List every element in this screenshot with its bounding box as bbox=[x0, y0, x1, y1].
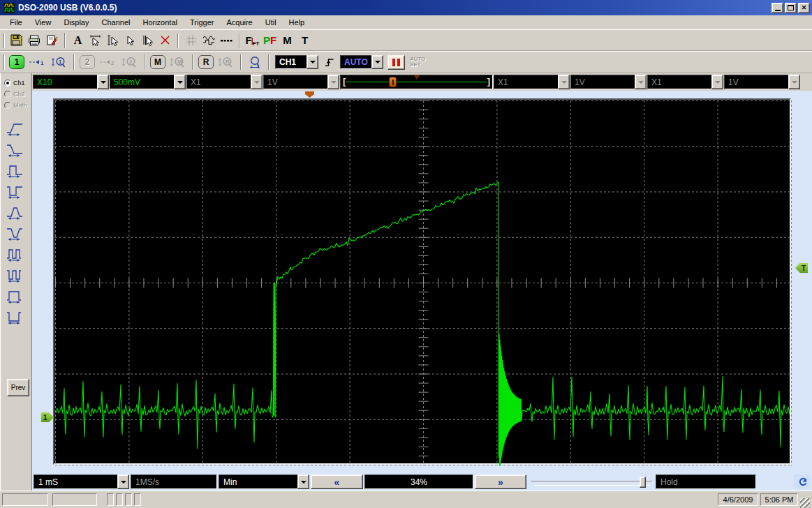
menu-acquire[interactable]: Acquire bbox=[220, 16, 258, 29]
horizontal-control-bar: 1 mS 1MS/s Min « 34% » Hold bbox=[32, 473, 812, 491]
toolbar-separator bbox=[240, 54, 242, 70]
menu-trigger[interactable]: Trigger bbox=[184, 16, 220, 29]
menu-horizontal[interactable]: Horizontal bbox=[136, 16, 184, 29]
cursor-vertical-button[interactable] bbox=[104, 32, 121, 49]
menu-help[interactable]: Help bbox=[283, 16, 311, 29]
trigger-slope-button[interactable] bbox=[320, 54, 338, 70]
ch2-probe-value: X1 bbox=[186, 75, 251, 89]
trigger-position-slider[interactable]: [] bbox=[340, 75, 493, 89]
svg-text:2: 2 bbox=[111, 60, 115, 66]
channel-radio-ch1[interactable]: Ch1 bbox=[4, 77, 31, 88]
cursor-arrow-button[interactable] bbox=[121, 32, 139, 49]
ch2-radio-label: Ch2 bbox=[13, 91, 25, 98]
trigger-time-marker-icon[interactable] bbox=[305, 91, 314, 98]
ch1-ground-marker[interactable]: 1 bbox=[41, 412, 54, 422]
math-enable-button[interactable]: M bbox=[150, 55, 165, 69]
device-connect-button[interactable] bbox=[794, 475, 811, 489]
scroll-right-button[interactable]: » bbox=[475, 475, 526, 489]
ch1-volts-dropdown-button[interactable] bbox=[174, 75, 186, 89]
ref-enable-button[interactable]: R bbox=[198, 55, 214, 69]
print-button[interactable] bbox=[25, 32, 43, 49]
ch1-probe-select[interactable]: X10 bbox=[33, 75, 109, 89]
trigger-source-dropdown-button[interactable] bbox=[307, 55, 318, 69]
measure-pos-duty-button[interactable] bbox=[4, 244, 31, 265]
cursor-trace-button[interactable] bbox=[139, 32, 156, 49]
menu-display[interactable]: Display bbox=[57, 16, 95, 29]
menu-file[interactable]: File bbox=[3, 16, 29, 29]
maximize-icon bbox=[788, 5, 794, 10]
client-area: X10500mVX11V[]X11VX11V 1 T 1 mS 1MS/s Mi… bbox=[32, 73, 812, 491]
prev-button[interactable]: Prev bbox=[7, 379, 29, 396]
timebase-select[interactable]: 1 mS bbox=[34, 475, 129, 489]
device-status-icon bbox=[797, 477, 808, 487]
ch1-position-button[interactable]: 1 bbox=[26, 54, 48, 70]
resize-grip[interactable] bbox=[800, 498, 810, 508]
slider-thumb[interactable] bbox=[640, 477, 646, 488]
ch1-radio-label: Ch1 bbox=[13, 80, 25, 87]
svg-text:1: 1 bbox=[40, 60, 44, 66]
scale-row: X10500mVX11V[]X11VX11V bbox=[32, 73, 812, 91]
measure-neg-pulse-button[interactable] bbox=[4, 307, 31, 328]
trigger-source-select[interactable]: CH1 bbox=[275, 55, 318, 69]
trigger-mode-value: AUTO bbox=[340, 55, 371, 69]
save-button[interactable] bbox=[8, 32, 25, 49]
menu-util[interactable]: Util bbox=[259, 16, 283, 29]
trigger-level-marker[interactable]: T bbox=[795, 263, 808, 273]
ch1-trace bbox=[56, 182, 790, 466]
measure-pos-width-button[interactable] bbox=[4, 160, 31, 181]
measure-rise-time-button[interactable] bbox=[4, 119, 31, 140]
text-annotation-button[interactable]: A bbox=[69, 32, 87, 49]
acquisition-dropdown-button[interactable] bbox=[297, 475, 309, 489]
pass-fail-label: F bbox=[270, 34, 276, 46]
ch1-volts-select[interactable]: 500mV bbox=[110, 75, 186, 89]
ch1-zoom-button[interactable]: 1 bbox=[48, 54, 70, 70]
cursor-horizontal-button[interactable] bbox=[87, 32, 104, 49]
waveform-style-button[interactable] bbox=[200, 32, 218, 49]
sample-rate-display: 1MS/s bbox=[131, 475, 217, 489]
svg-text:2: 2 bbox=[129, 59, 133, 65]
trigger-mode-dropdown-button[interactable] bbox=[371, 55, 383, 69]
status-panel-1 bbox=[2, 493, 48, 506]
horizontal-zoom-button[interactable] bbox=[245, 54, 265, 70]
ref-volts-dropdown-button bbox=[788, 75, 800, 89]
measure-fall-time-button[interactable] bbox=[4, 140, 31, 160]
pass-fail-button[interactable]: PF bbox=[261, 32, 279, 49]
chevron-down-icon bbox=[561, 81, 567, 87]
measure-neg-width-button[interactable] bbox=[4, 181, 31, 202]
ch2-volts-dropdown-button bbox=[327, 75, 339, 89]
trigger-position-handle[interactable] bbox=[389, 77, 397, 87]
fft-button[interactable]: F|FT bbox=[244, 32, 261, 49]
scroll-left-button[interactable]: « bbox=[311, 475, 363, 489]
channel-toolbar: 111222MMRRCH1AUTOAUTOSET bbox=[0, 51, 812, 73]
chevron-down-icon bbox=[254, 81, 260, 87]
autoset-button: AUTOSET bbox=[410, 57, 426, 68]
buffer-position-slider[interactable] bbox=[531, 475, 652, 489]
measure-pos-width-icon bbox=[6, 163, 24, 179]
math-display-button[interactable]: M bbox=[279, 32, 296, 49]
close-button[interactable]: ✕ bbox=[798, 3, 810, 13]
dotted-line-button[interactable] bbox=[218, 32, 235, 49]
maximize-button[interactable] bbox=[785, 3, 797, 13]
chevron-down-icon bbox=[638, 81, 644, 87]
print-setup-button[interactable] bbox=[43, 32, 61, 49]
timebase-dropdown-button[interactable] bbox=[117, 475, 129, 489]
measure-pos-pulse-button[interactable] bbox=[4, 286, 31, 307]
text-display-button[interactable]: T bbox=[296, 32, 313, 49]
trigger-mode-select[interactable]: AUTO bbox=[340, 55, 383, 69]
pause-button[interactable] bbox=[387, 55, 405, 70]
ch1-probe-value: X10 bbox=[33, 75, 97, 89]
measure-fall-edge-button[interactable] bbox=[4, 223, 31, 244]
menu-channel[interactable]: Channel bbox=[95, 16, 136, 29]
ch1-enable-button[interactable]: 1 bbox=[9, 55, 24, 69]
svg-text:M: M bbox=[177, 59, 182, 65]
cursor-clear-button[interactable] bbox=[156, 32, 174, 49]
ch2-volts-select: 1V bbox=[263, 75, 339, 89]
measure-neg-duty-button[interactable] bbox=[4, 265, 31, 286]
minimize-button[interactable] bbox=[772, 3, 783, 13]
acquisition-select[interactable]: Min bbox=[219, 475, 309, 489]
ch1-probe-dropdown-button[interactable] bbox=[97, 75, 109, 89]
main-toolbar: AF|FTPFMT bbox=[0, 29, 812, 51]
ch2-position-icon: 2 bbox=[99, 57, 116, 68]
menu-view[interactable]: View bbox=[29, 16, 58, 29]
measure-rise-edge-button[interactable] bbox=[4, 202, 31, 223]
